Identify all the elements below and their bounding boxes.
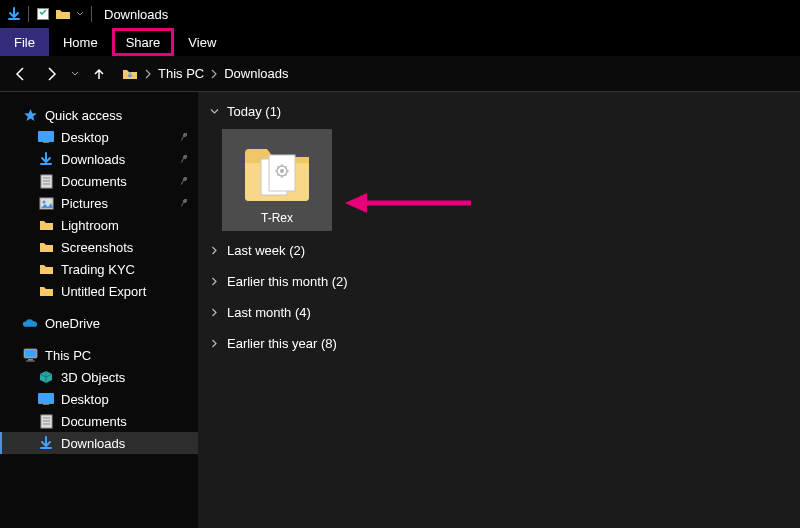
star-icon	[22, 107, 38, 123]
nav-up-button[interactable]	[88, 63, 110, 85]
titlebar-separator	[91, 6, 92, 22]
group-header-last-month[interactable]: Last month (4)	[206, 301, 800, 324]
svg-rect-1	[38, 131, 54, 142]
sidebar-item-screenshots[interactable]: Screenshots	[0, 236, 198, 258]
sidebar-item-pc-desktop[interactable]: Desktop	[0, 388, 198, 410]
titlebar-dropdown-icon[interactable]	[75, 6, 85, 22]
ribbon-tabs: File Home Share View	[0, 28, 800, 56]
sidebar-item-label: 3D Objects	[61, 370, 125, 385]
body: Quick access Desktop Downloads Documents…	[0, 92, 800, 528]
svg-rect-13	[38, 393, 54, 404]
sidebar: Quick access Desktop Downloads Documents…	[0, 92, 198, 528]
sidebar-group-quick-access: Quick access Desktop Downloads Documents…	[0, 104, 198, 302]
downloads-icon	[38, 435, 54, 451]
sidebar-item-label: This PC	[45, 348, 91, 363]
chevron-right-icon	[210, 277, 219, 286]
sidebar-item-quick-access[interactable]: Quick access	[0, 104, 198, 126]
tab-file[interactable]: File	[0, 28, 49, 56]
sidebar-item-label: Downloads	[61, 436, 125, 451]
nav-forward-button[interactable]	[40, 63, 62, 85]
group-header-label: Today (1)	[227, 104, 281, 119]
sidebar-item-downloads[interactable]: Downloads	[0, 148, 198, 170]
chevron-right-icon	[210, 339, 219, 348]
sidebar-item-3d-objects[interactable]: 3D Objects	[0, 366, 198, 388]
onedrive-icon	[22, 315, 38, 331]
folder-item-t-rex[interactable]: T-Rex	[222, 129, 332, 231]
sidebar-item-label: Pictures	[61, 196, 108, 211]
folder-item-label: T-Rex	[261, 211, 293, 225]
nav-history-dropdown[interactable]	[70, 70, 80, 78]
breadcrumb-part[interactable]: Downloads	[224, 66, 288, 81]
svg-rect-12	[26, 361, 35, 362]
desktop-icon	[38, 391, 54, 407]
sidebar-item-label: Untitled Export	[61, 284, 146, 299]
sidebar-item-label: Quick access	[45, 108, 122, 123]
sidebar-item-pictures[interactable]: Pictures	[0, 192, 198, 214]
chevron-down-icon	[210, 107, 219, 116]
group-header-last-week[interactable]: Last week (2)	[206, 239, 800, 262]
chevron-right-icon[interactable]	[144, 69, 152, 79]
svg-rect-2	[43, 142, 49, 143]
sidebar-item-this-pc[interactable]: This PC	[0, 344, 198, 366]
chevron-right-icon	[210, 308, 219, 317]
group-header-label: Earlier this month (2)	[227, 274, 348, 289]
group-header-earlier-year[interactable]: Earlier this year (8)	[206, 332, 800, 355]
sidebar-item-label: Desktop	[61, 392, 109, 407]
sidebar-item-lightroom[interactable]: Lightroom	[0, 214, 198, 236]
sidebar-item-label: Desktop	[61, 130, 109, 145]
window-title: Downloads	[104, 7, 168, 22]
new-folder-icon[interactable]	[55, 6, 71, 22]
pictures-icon	[38, 195, 54, 211]
documents-icon	[38, 413, 54, 429]
sidebar-item-label: Documents	[61, 414, 127, 429]
downloads-icon	[38, 151, 54, 167]
navbar: This PC Downloads	[0, 56, 800, 92]
svg-rect-14	[43, 404, 49, 405]
folder-icon	[38, 217, 54, 233]
sidebar-item-documents[interactable]: Documents	[0, 170, 198, 192]
sidebar-group-onedrive: OneDrive	[0, 312, 198, 334]
group-header-label: Earlier this year (8)	[227, 336, 337, 351]
content-pane[interactable]: Today (1) T-Rex	[198, 92, 800, 528]
sidebar-item-label: Screenshots	[61, 240, 133, 255]
sidebar-item-desktop[interactable]: Desktop	[0, 126, 198, 148]
tab-share[interactable]: Share	[112, 28, 175, 56]
svg-rect-10	[25, 350, 36, 357]
documents-icon	[38, 173, 54, 189]
download-folder-icon	[122, 66, 138, 82]
folder-icon	[38, 283, 54, 299]
address-bar[interactable]: This PC Downloads	[122, 66, 790, 82]
item-grid: T-Rex	[206, 123, 800, 239]
chevron-right-icon	[210, 246, 219, 255]
group-header-label: Last week (2)	[227, 243, 305, 258]
sidebar-item-label: Lightroom	[61, 218, 119, 233]
svg-rect-11	[28, 359, 33, 361]
sidebar-group-this-pc: This PC 3D Objects Desktop Documents Dow…	[0, 344, 198, 454]
tab-view[interactable]: View	[174, 28, 230, 56]
chevron-right-icon[interactable]	[210, 69, 218, 79]
objects3d-icon	[38, 369, 54, 385]
nav-back-button[interactable]	[10, 63, 32, 85]
group-header-label: Last month (4)	[227, 305, 311, 320]
properties-icon[interactable]	[35, 6, 51, 22]
group-header-today[interactable]: Today (1)	[206, 100, 800, 123]
sidebar-item-onedrive[interactable]: OneDrive	[0, 312, 198, 334]
theme-folder-icon	[239, 135, 315, 207]
sidebar-item-trading-kyc[interactable]: Trading KYC	[0, 258, 198, 280]
breadcrumb-part[interactable]: This PC	[158, 66, 204, 81]
download-arrow-icon	[6, 6, 22, 22]
sidebar-item-pc-documents[interactable]: Documents	[0, 410, 198, 432]
group-header-earlier-month[interactable]: Earlier this month (2)	[206, 270, 800, 293]
this-pc-icon	[22, 347, 38, 363]
sidebar-item-label: OneDrive	[45, 316, 100, 331]
folder-icon	[38, 239, 54, 255]
sidebar-item-label: Downloads	[61, 152, 125, 167]
svg-point-22	[280, 169, 284, 173]
tab-home[interactable]: Home	[49, 28, 112, 56]
desktop-icon	[38, 129, 54, 145]
sidebar-item-pc-downloads[interactable]: Downloads	[0, 432, 198, 454]
sidebar-item-untitled-export[interactable]: Untitled Export	[0, 280, 198, 302]
folder-icon	[38, 261, 54, 277]
sidebar-item-label: Trading KYC	[61, 262, 135, 277]
titlebar-separator	[28, 6, 29, 22]
